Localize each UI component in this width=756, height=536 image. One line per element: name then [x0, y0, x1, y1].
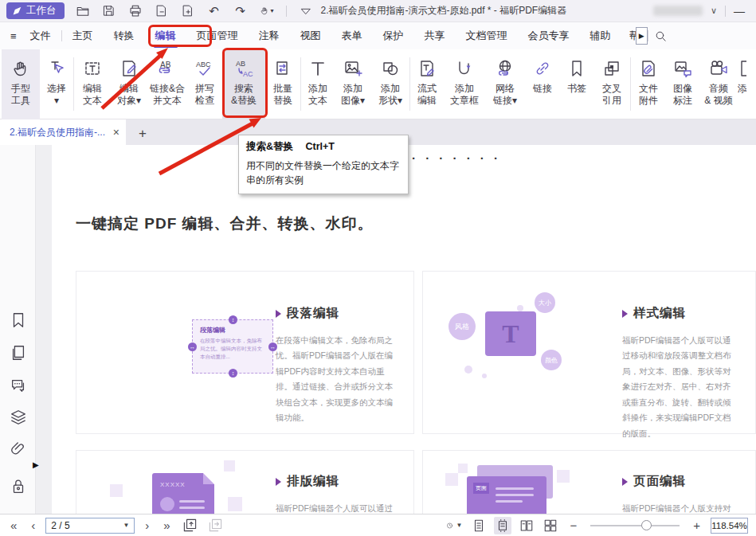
redo-icon[interactable]: ↷ [233, 4, 248, 18]
svg-text:ABC: ABC [196, 61, 211, 68]
navigation-panel-sidebar: ▶ [0, 145, 36, 514]
minimize-button[interactable]: — [734, 5, 745, 18]
last-page-button[interactable]: » [156, 518, 177, 532]
menu-comment[interactable]: 注释 [249, 22, 290, 49]
audio-video-button[interactable]: 音频 & 视频 [699, 49, 738, 119]
zoom-out-button[interactable]: − [562, 518, 584, 532]
bookmarks-panel-icon[interactable] [10, 311, 27, 329]
add-image-button[interactable]: 添加 图像▾ [335, 49, 371, 119]
cross-reference-button[interactable]: 交叉 引用 [593, 49, 630, 119]
menu-bar: ≡ 文件 主页 转换 编辑 页面管理 注释 视图 表单 保护 共享 文档管理 会… [0, 22, 756, 49]
facing-continuous-view-icon[interactable] [542, 517, 559, 534]
tooltip-description: 用不同的文件替换一个给定的文本字串的所有实例 [246, 158, 401, 187]
comments-panel-icon[interactable] [10, 377, 27, 394]
pages-panel-icon[interactable] [10, 344, 27, 362]
page-dots-text: · · · · · · · [412, 151, 501, 165]
batch-replace-button[interactable]: 批量 替换 [265, 49, 300, 119]
print-icon[interactable] [128, 4, 143, 18]
insert-page-icon[interactable] [181, 4, 195, 18]
truncated-ribbon-button[interactable]: 添 [738, 49, 746, 119]
tooltip-shortcut: Ctrl+T [306, 141, 335, 152]
spell-check-button[interactable]: ABC 拼写 检查 [187, 49, 222, 119]
previous-page-button[interactable]: ‹ [24, 518, 42, 532]
menu-home[interactable]: 主页 [62, 22, 104, 49]
illustration-label: XXXXX [160, 481, 186, 488]
add-text-button[interactable]: 添加 文本 [301, 49, 335, 119]
menu-protect[interactable]: 保护 [373, 22, 414, 49]
hand-grab-icon[interactable]: ▾ [260, 4, 274, 18]
flow-edit-icon [417, 57, 437, 80]
menu-convert[interactable]: 转换 [104, 22, 145, 49]
attachments-panel-icon[interactable] [10, 440, 27, 458]
panel-expand-arrow[interactable]: ▶ [33, 460, 39, 469]
select-tool-button[interactable]: 选择 ▾ [40, 49, 73, 119]
account-chevron-icon[interactable]: ∨ [711, 6, 717, 16]
workspace-button[interactable]: 工作台 [6, 2, 65, 19]
tab-close-icon[interactable]: × [113, 126, 119, 139]
article-box-icon [455, 57, 474, 80]
save-icon[interactable] [102, 4, 116, 18]
cross-reference-icon [602, 57, 621, 80]
menu-member-exclusive[interactable]: 会员专享 [518, 22, 580, 49]
menu-divider [648, 30, 648, 41]
add-shape-button[interactable]: 添加 形状▾ [371, 49, 409, 119]
zoom-level-input[interactable]: 118.54% [711, 518, 748, 534]
new-tab-button[interactable]: + [139, 126, 147, 145]
edit-object-button[interactable]: 编辑 对象▾ [111, 49, 147, 119]
link-button[interactable]: 链接 [525, 49, 560, 119]
previous-view-icon[interactable] [182, 518, 198, 534]
card-arrow-icon [276, 478, 281, 486]
batch-replace-icon [273, 57, 292, 80]
continuous-view-icon[interactable] [494, 517, 511, 534]
menu-help[interactable]: 帮助 [621, 22, 636, 49]
workspace-label: 工作台 [26, 4, 57, 18]
menu-overflow-button[interactable]: ▶ [636, 27, 648, 45]
link-merge-text-button[interactable]: AB 链接&合 并文本 [147, 49, 187, 119]
bookmark-button[interactable]: 书签 [560, 49, 593, 119]
add-image-icon [343, 57, 362, 80]
add-text-icon [308, 57, 327, 80]
ribbon-toolbar: 手型 工具 选择 ▾ 编辑 文本 编辑 对象▾ AB 链接&合 并文本 ABC … [0, 49, 756, 119]
menu-file[interactable]: 文件 [20, 22, 61, 49]
zoom-in-button[interactable]: + [686, 518, 707, 532]
menu-share[interactable]: 共享 [414, 22, 456, 49]
next-page-button[interactable]: › [138, 518, 156, 532]
feature-card-paragraph-edit: 段落编辑 在段落中编辑文本，免除布局之忧。编辑内容时支持文本自动重排... ↕ … [76, 271, 414, 434]
edit-text-icon [83, 57, 102, 80]
single-page-view-icon[interactable] [470, 517, 488, 534]
menu-view[interactable]: 视图 [290, 22, 331, 49]
hamburger-icon[interactable]: ≡ [0, 22, 20, 49]
facing-view-icon[interactable] [518, 517, 535, 534]
delete-page-icon[interactable] [155, 4, 169, 18]
open-file-icon[interactable] [76, 4, 90, 18]
account-area-blurred [653, 6, 703, 16]
image-annotation-button[interactable]: 图像 标注 [666, 49, 699, 119]
paragraph-edit-illustration: 段落编辑 在段落中编辑文本，免除布局之忧。编辑内容时支持文本自动重排... ↕ … [76, 272, 276, 433]
illustration-title: 段落编辑 [200, 326, 265, 335]
next-view-icon[interactable] [208, 518, 224, 534]
page-dropdown-icon[interactable]: ▼ [123, 522, 129, 529]
zoom-slider-knob[interactable] [641, 520, 652, 530]
security-panel-icon[interactable] [10, 478, 27, 495]
add-article-box-button[interactable]: 添加 文章框 [444, 49, 485, 119]
menu-document-management[interactable]: 文档管理 [456, 22, 518, 49]
zoom-tool-icon[interactable]: ▼ [446, 518, 462, 534]
menu-form[interactable]: 表单 [331, 22, 373, 49]
first-page-button[interactable]: « [3, 518, 24, 532]
web-link-button[interactable]: 网络 链接▾ [485, 49, 525, 119]
undo-icon[interactable]: ↶ [207, 4, 221, 18]
document-tab[interactable]: 2.福昕会员使用指南-... × [0, 119, 126, 145]
hand-tool-button[interactable]: 手型 工具 [2, 49, 40, 119]
color-bubble: 颜色 [541, 350, 562, 370]
file-attachment-button[interactable]: 文件 附件 [631, 49, 666, 119]
page-number-input[interactable]: 2 / 5 ▼ [45, 518, 135, 534]
zoom-slider[interactable] [590, 525, 680, 526]
edit-text-button[interactable]: 编辑 文本 [74, 49, 111, 119]
layers-panel-icon[interactable] [10, 409, 27, 426]
collapse-ribbon-icon[interactable] [299, 4, 313, 18]
menu-accessibility[interactable]: 辅助 [580, 22, 621, 49]
flow-edit-button[interactable]: 流式 编辑 [410, 49, 444, 119]
link-icon [533, 57, 552, 80]
link-text-icon: AB [155, 57, 179, 80]
search-icon[interactable] [653, 28, 669, 44]
